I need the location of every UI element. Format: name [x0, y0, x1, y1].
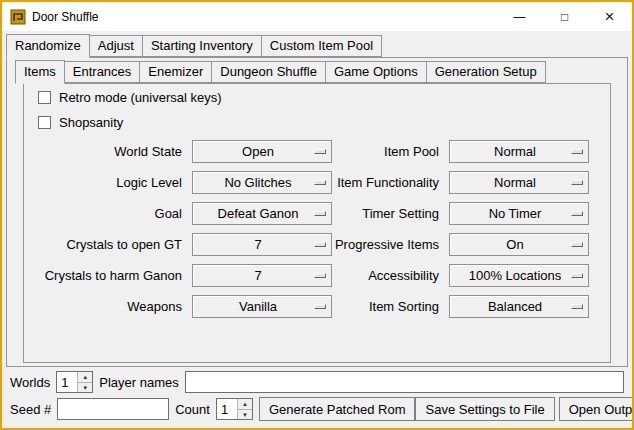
worlds-spinbox[interactable]: ▲ ▼	[56, 371, 93, 393]
spin-down-icon: ▼	[82, 385, 88, 391]
minimize-button[interactable]: —	[497, 2, 542, 31]
progressive-items-dropdown[interactable]: On	[449, 233, 589, 256]
tab-entrances[interactable]: Entrances	[64, 61, 141, 83]
goal-dropdown[interactable]: Defeat Ganon	[192, 202, 332, 225]
crystals-open-gt-value: 7	[254, 237, 269, 252]
seed-row: Seed # Count ▲ ▼ Generate Patched Rom Sa…	[10, 397, 626, 421]
crystals-harm-ganon-label: Crystals to harm Ganon	[36, 268, 192, 283]
progressive-items-value: On	[506, 237, 531, 252]
spin-up-icon: ▲	[82, 374, 88, 380]
timer-setting-label: Timer Setting	[332, 206, 449, 221]
worlds-spin-arrows: ▲ ▼	[77, 372, 92, 392]
item-functionality-label: Item Functionality	[332, 175, 449, 190]
retro-mode-row[interactable]: Retro mode (universal keys)	[38, 90, 610, 105]
count-spin-arrows: ▲ ▼	[237, 399, 252, 419]
item-functionality-dropdown[interactable]: Normal	[449, 171, 589, 194]
dropdown-indicator-icon	[571, 304, 583, 309]
crystals-open-gt-label: Crystals to open GT	[36, 237, 192, 252]
window-title: Door Shuffle	[32, 10, 99, 24]
main-tab-bar: Randomize Adjust Starting Inventory Cust…	[2, 31, 632, 57]
close-icon: ×	[605, 7, 615, 27]
player-names-input[interactable]	[185, 371, 624, 393]
shopsanity-checkbox[interactable]	[38, 116, 51, 129]
worlds-input[interactable]	[57, 372, 77, 392]
tab-game-options[interactable]: Game Options	[325, 61, 427, 83]
retro-mode-checkbox[interactable]	[38, 91, 51, 104]
item-sorting-dropdown[interactable]: Balanced	[449, 295, 589, 318]
dropdown-indicator-icon	[314, 273, 326, 278]
shopsanity-row[interactable]: Shopsanity	[38, 115, 610, 130]
spin-down-button[interactable]: ▼	[77, 382, 92, 392]
spin-up-button[interactable]: ▲	[237, 399, 252, 409]
item-sorting-label: Item Sorting	[332, 299, 449, 314]
open-output-directory-button[interactable]: Open Output Directory	[559, 397, 634, 421]
spin-down-icon: ▼	[242, 412, 248, 418]
sub-tab-bar: Items Entrances Enemizer Dungeon Shuffle…	[7, 58, 627, 83]
worlds-row: Worlds ▲ ▼ Player names	[10, 371, 626, 393]
worlds-label: Worlds	[10, 375, 50, 390]
player-names-label: Player names	[99, 375, 178, 390]
item-pool-dropdown[interactable]: Normal	[449, 140, 589, 163]
tab-dungeon-shuffle[interactable]: Dungeon Shuffle	[211, 61, 326, 83]
timer-setting-value: No Timer	[489, 206, 550, 221]
shopsanity-label[interactable]: Shopsanity	[59, 115, 123, 130]
randomize-tab-panel: Items Entrances Enemizer Dungeon Shuffle…	[6, 57, 628, 367]
logic-level-dropdown[interactable]: No Glitches	[192, 171, 332, 194]
items-tab-panel: Retro mode (universal keys) Shopsanity W…	[23, 83, 611, 363]
seed-label: Seed #	[10, 402, 51, 417]
save-settings-button[interactable]: Save Settings to File	[415, 397, 554, 421]
bottom-bar: Worlds ▲ ▼ Player names Seed # Count ▲ ▼	[2, 367, 632, 425]
crystals-harm-ganon-value: 7	[254, 268, 269, 283]
app-icon[interactable]	[10, 9, 26, 25]
weapons-dropdown[interactable]: Vanilla	[192, 295, 332, 318]
weapons-value: Vanilla	[239, 299, 285, 314]
dropdown-indicator-icon	[571, 149, 583, 154]
tab-enemizer[interactable]: Enemizer	[139, 61, 212, 83]
seed-input[interactable]	[57, 398, 169, 420]
world-state-value: Open	[242, 144, 282, 159]
dropdown-indicator-icon	[314, 180, 326, 185]
retro-mode-label[interactable]: Retro mode (universal keys)	[59, 90, 222, 105]
window-controls: — □ ×	[497, 2, 632, 31]
spin-down-button[interactable]: ▼	[237, 409, 252, 419]
generate-patched-rom-button[interactable]: Generate Patched Rom	[259, 397, 416, 421]
close-button[interactable]: ×	[587, 2, 632, 31]
titlebar: Door Shuffle — □ ×	[2, 2, 632, 31]
logic-level-label: Logic Level	[36, 175, 192, 190]
world-state-label: World State	[36, 144, 192, 159]
dropdown-indicator-icon	[571, 273, 583, 278]
spin-up-button[interactable]: ▲	[77, 372, 92, 382]
item-sorting-value: Balanced	[488, 299, 550, 314]
item-functionality-value: Normal	[494, 175, 544, 190]
dropdown-indicator-icon	[571, 211, 583, 216]
maximize-icon: □	[561, 10, 568, 24]
item-pool-label: Item Pool	[332, 144, 449, 159]
crystals-open-gt-dropdown[interactable]: 7	[192, 233, 332, 256]
world-state-dropdown[interactable]: Open	[192, 140, 332, 163]
accessibility-dropdown[interactable]: 100% Locations	[449, 264, 589, 287]
accessibility-label: Accessibility	[332, 268, 449, 283]
dropdown-indicator-icon	[571, 242, 583, 247]
tab-adjust[interactable]: Adjust	[89, 35, 143, 57]
count-spinbox[interactable]: ▲ ▼	[216, 398, 253, 420]
crystals-harm-ganon-dropdown[interactable]: 7	[192, 264, 332, 287]
goal-label: Goal	[36, 206, 192, 221]
tab-custom-item-pool[interactable]: Custom Item Pool	[261, 35, 382, 57]
count-input[interactable]	[217, 399, 237, 419]
spin-up-icon: ▲	[242, 401, 248, 407]
count-label: Count	[175, 402, 210, 417]
dropdown-indicator-icon	[314, 149, 326, 154]
minimize-icon: —	[514, 10, 526, 24]
progressive-items-label: Progressive Items	[332, 237, 449, 252]
dropdown-indicator-icon	[314, 242, 326, 247]
accessibility-value: 100% Locations	[469, 268, 570, 283]
tab-generation-setup[interactable]: Generation Setup	[426, 61, 546, 83]
dropdown-indicator-icon	[571, 180, 583, 185]
app-window: Door Shuffle — □ × Randomize Adjust Star…	[0, 0, 634, 430]
tab-starting-inventory[interactable]: Starting Inventory	[142, 35, 262, 57]
tab-items[interactable]: Items	[15, 60, 65, 84]
maximize-button[interactable]: □	[542, 2, 587, 31]
weapons-label: Weapons	[36, 299, 192, 314]
timer-setting-dropdown[interactable]: No Timer	[449, 202, 589, 225]
tab-randomize[interactable]: Randomize	[6, 34, 90, 58]
